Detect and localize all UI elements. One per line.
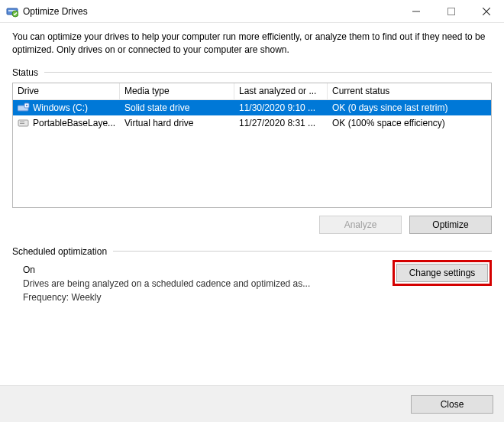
status-section-header: Status [12, 67, 492, 78]
last-analyzed: 11/27/2020 8:31 ... [234, 118, 328, 128]
svg-point-9 [26, 104, 27, 106]
close-dialog-button[interactable]: Close [411, 395, 493, 414]
close-button[interactable] [469, 0, 504, 23]
change-settings-button[interactable]: Change settings [396, 264, 488, 282]
title-bar: Optimize Drives [0, 0, 504, 23]
optimize-button[interactable]: Optimize [409, 216, 492, 234]
svg-rect-12 [20, 123, 24, 124]
divider [113, 251, 492, 252]
drives-list: Drive Media type Last analyzed or ... Cu… [12, 83, 492, 208]
media-type: Solid state drive [120, 102, 234, 113]
table-row[interactable]: Windows (C:) Solid state drive 11/30/202… [13, 100, 491, 115]
drive-name: PortableBaseLaye... [33, 118, 115, 128]
current-status: OK (0 days since last retrim) [328, 102, 491, 113]
frequency-value: Weekly [71, 292, 101, 303]
maximize-button[interactable] [434, 0, 469, 23]
dialog-footer: Close [0, 385, 504, 422]
last-analyzed: 11/30/2020 9:10 ... [234, 102, 328, 113]
window-title: Optimize Drives [23, 6, 88, 17]
description-text: You can optimize your drives to help you… [12, 31, 492, 57]
status-label: Status [12, 67, 38, 78]
column-last-analyzed[interactable]: Last analyzed or ... [234, 83, 328, 99]
drives-list-header: Drive Media type Last analyzed or ... Cu… [13, 83, 491, 100]
svg-rect-4 [448, 8, 455, 15]
highlight-frame: Change settings [393, 260, 492, 286]
column-current-status[interactable]: Current status [328, 83, 491, 99]
svg-rect-11 [20, 122, 24, 122]
frequency-label: Frequency: [23, 292, 69, 303]
schedule-frequency: Frequency: Weekly [23, 292, 492, 303]
scheduled-section-header: Scheduled optimization [12, 246, 492, 257]
drive-icon [18, 102, 30, 113]
column-drive[interactable]: Drive [13, 83, 120, 99]
minimize-button[interactable] [399, 0, 434, 23]
analyze-button[interactable]: Analyze [319, 216, 402, 234]
table-row[interactable]: PortableBaseLaye... Virtual hard drive 1… [13, 115, 491, 131]
drive-icon [18, 118, 30, 128]
column-media-type[interactable]: Media type [120, 83, 234, 99]
drive-name: Windows (C:) [33, 102, 88, 113]
scheduled-label: Scheduled optimization [12, 246, 107, 257]
current-status: OK (100% space efficiency) [328, 118, 491, 128]
media-type: Virtual hard drive [120, 118, 234, 128]
divider [44, 72, 492, 73]
app-icon [6, 5, 18, 18]
